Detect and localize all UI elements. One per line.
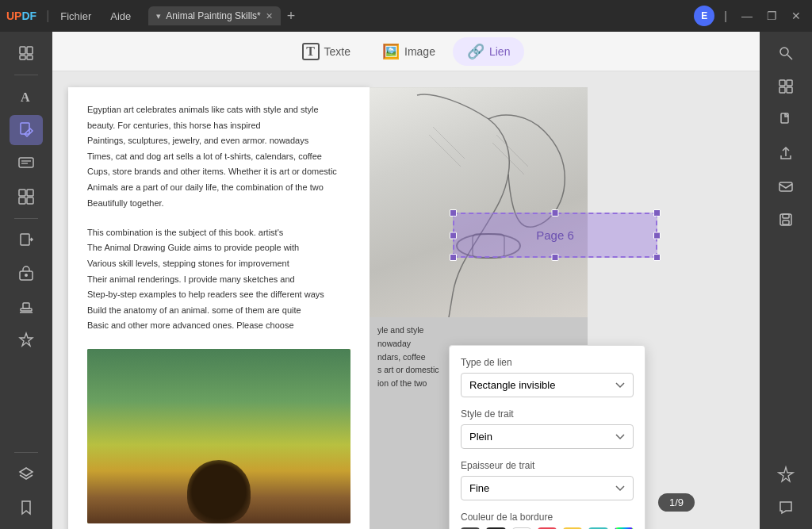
page-text-line-2: Paintings, sculptures, jewelry, and even… (87, 134, 350, 148)
svg-rect-35 (780, 214, 791, 225)
sidebar-plugin-icon[interactable] (10, 325, 43, 355)
texte-icon: T (302, 43, 320, 60)
sidebar-protect-icon[interactable] (10, 259, 43, 289)
svg-rect-6 (19, 158, 33, 167)
sidebar-sep-3 (14, 452, 38, 453)
titlebar: UPDF | Fichier Aide ▾ Animal Painting Sk… (0, 0, 812, 32)
stroke-width-select[interactable]: Fine Moyenne Épaisse (461, 476, 634, 500)
sidebar-extract-icon[interactable] (10, 225, 43, 255)
handle-tl[interactable] (450, 209, 457, 217)
border-color-label: Couleur de la bordure (461, 512, 634, 523)
page-text-line-14: Basic and other more advanced ones. Plea… (87, 319, 350, 333)
app-logo: UPDF (6, 10, 36, 22)
lien-btn[interactable]: 🔗 Lien (453, 37, 524, 66)
sidebar-mail-icon[interactable] (769, 171, 802, 201)
svg-rect-37 (783, 220, 789, 224)
sidebar-ai-icon[interactable] (769, 459, 802, 489)
lien-label: Lien (489, 45, 510, 58)
link-box-label: Page 6 (454, 214, 656, 256)
handle-bm[interactable] (552, 254, 559, 261)
svg-rect-0 (20, 47, 25, 54)
link-type-select[interactable]: Rectangle invisible Rectangle visible (461, 373, 634, 397)
svg-rect-31 (779, 87, 785, 93)
menu-aide[interactable]: Aide (102, 7, 139, 25)
svg-line-23 (433, 127, 465, 159)
svg-rect-32 (787, 87, 792, 93)
sidebar-sep-1 (14, 75, 38, 75)
page-text-line-12: Step-by-step examples to help readers se… (87, 288, 350, 302)
minimize-btn[interactable]: — (737, 8, 757, 24)
border-color-section: Couleur de la bordure (461, 512, 634, 529)
sidebar-share-icon[interactable] (769, 138, 802, 168)
svg-marker-38 (779, 467, 793, 481)
svg-text:A: A (21, 90, 30, 104)
sidebar-edit-page-icon[interactable] (10, 115, 43, 145)
horse-sketch-svg (370, 87, 588, 317)
link-selection-wrapper: Page 6 (453, 213, 657, 258)
toolbar: T Texte 🖼️ Image 🔗 Lien (52, 32, 760, 71)
svg-rect-11 (19, 197, 25, 204)
page-text-line-11: Their animal renderings. I provide many … (87, 273, 350, 287)
svg-rect-9 (19, 190, 25, 196)
sidebar-sep-2 (14, 218, 38, 219)
svg-rect-3 (27, 56, 33, 59)
handle-br[interactable] (653, 254, 661, 261)
svg-line-24 (429, 135, 461, 167)
sidebar-chat-icon[interactable] (769, 493, 802, 523)
sidebar-organize-icon[interactable] (10, 182, 43, 212)
sidebar-save-icon[interactable] (769, 205, 802, 235)
page-text-line-0: Egyptian art celebrates animals like cat… (87, 103, 350, 117)
handle-rm[interactable] (653, 232, 661, 239)
svg-rect-13 (21, 234, 29, 245)
tab-dropdown-icon[interactable]: ▾ (156, 11, 161, 21)
stroke-style-select[interactable]: Plein Tiret (461, 424, 634, 449)
new-tab-btn[interactable]: + (287, 8, 296, 25)
image-icon: 🖼️ (382, 43, 400, 60)
image-label: Image (404, 45, 435, 58)
handle-tr[interactable] (653, 209, 661, 217)
stroke-width-section: Epaisseur de trait Fine Moyenne Épaisse (461, 460, 634, 500)
sidebar-page-view-icon[interactable] (10, 38, 43, 68)
texte-btn[interactable]: T Texte (288, 37, 365, 66)
svg-rect-12 (27, 197, 33, 204)
svg-point-15 (25, 274, 28, 277)
title-separator: | (46, 9, 49, 23)
svg-rect-1 (27, 47, 33, 54)
avatar[interactable]: E (694, 6, 714, 26)
image-btn[interactable]: 🖼️ Image (368, 37, 450, 66)
close-btn[interactable]: ✕ (787, 8, 806, 24)
svg-marker-19 (20, 333, 33, 346)
page-text-line-13: Build the anatomy of an animal. some of … (87, 304, 350, 318)
sidebar-edit-text-icon[interactable]: A (10, 82, 43, 112)
handle-tm[interactable] (552, 209, 559, 217)
page-counter[interactable]: 1/9 (658, 493, 695, 512)
stroke-style-label: Style de trait (461, 408, 634, 420)
sidebar-comment-icon[interactable] (10, 148, 43, 178)
handle-lm[interactable] (450, 232, 457, 239)
page-content[interactable]: Egyptian art celebrates animals like cat… (52, 71, 760, 529)
tab-bar: ▾ Animal Painting Skills* ✕ + (148, 6, 694, 25)
svg-rect-2 (20, 56, 25, 59)
svg-point-27 (780, 48, 788, 56)
link-type-section: Type de lien Rectangle invisible Rectang… (461, 357, 634, 397)
sidebar-search-icon[interactable] (769, 38, 802, 68)
stroke-style-section: Style de trait Plein Tiret (461, 408, 634, 449)
maximize-btn[interactable]: ❐ (762, 8, 782, 24)
page-text-line-5: Animals are a part of our daily life, th… (87, 181, 350, 195)
menu-fichier[interactable]: Fichier (52, 7, 99, 25)
sidebar-ocr-icon[interactable] (769, 71, 802, 102)
sidebar-bookmark-icon[interactable] (10, 493, 43, 523)
sidebar-file-icon[interactable] (769, 105, 802, 135)
sidebar-stamp-icon[interactable] (10, 292, 43, 322)
tab-close-btn[interactable]: ✕ (266, 11, 273, 21)
svg-rect-5 (21, 123, 29, 134)
page-text-line-1: beauty. For centuries, this horse has in… (87, 119, 350, 133)
sidebar-layers-icon[interactable] (10, 459, 43, 489)
texte-label: Texte (324, 45, 350, 58)
content-area: T Texte 🖼️ Image 🔗 Lien Egyptian art cel… (52, 32, 760, 529)
page-text-line-8: This combination is the subject of this … (87, 226, 350, 240)
page-text-line-6: Beautifully together. (87, 197, 350, 211)
handle-bl[interactable] (450, 254, 457, 261)
link-highlight-box[interactable]: Page 6 (453, 213, 657, 258)
svg-rect-29 (779, 80, 785, 86)
